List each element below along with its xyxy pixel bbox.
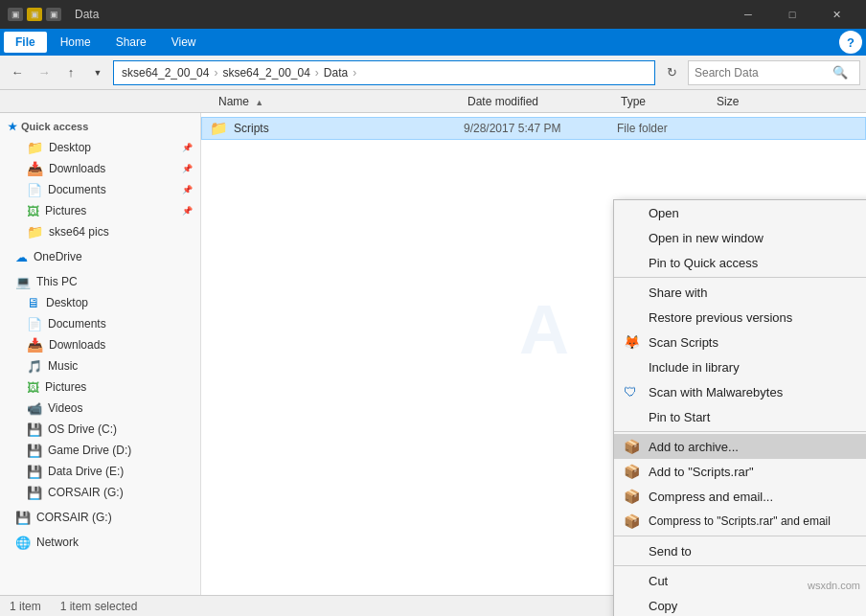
sidebar-item-documents-quick[interactable]: 📄 Documents 📌 bbox=[0, 179, 200, 200]
menu-home[interactable]: Home bbox=[49, 32, 103, 53]
ctx-include-library[interactable]: Include in library › bbox=[614, 354, 866, 379]
ctx-label: Compress to "Scripts.rar" and email bbox=[649, 514, 831, 528]
minimize-button[interactable]: ─ bbox=[726, 0, 770, 29]
sidebar-item-label: OS Drive (C:) bbox=[48, 422, 117, 436]
breadcrumb-part1: skse64_2_00_04 bbox=[122, 66, 209, 80]
close-button[interactable]: ✕ bbox=[814, 0, 858, 29]
sidebar-item-thispc[interactable]: 💻 This PC bbox=[0, 271, 200, 292]
status-item-count: 1 item bbox=[10, 600, 41, 613]
sidebar-item-pictures-pc[interactable]: 🖼 Pictures bbox=[0, 376, 200, 398]
sidebar-item-label: This PC bbox=[36, 275, 78, 288]
pin-icon: 📌 bbox=[182, 206, 193, 216]
ctx-open[interactable]: Open bbox=[614, 200, 866, 225]
expand-button[interactable]: ▼ bbox=[86, 61, 109, 84]
sidebar-item-downloads-pc[interactable]: 📥 Downloads bbox=[0, 334, 200, 355]
address-bar[interactable]: skse64_2_00_04 › skse64_2_00_04 › Data › bbox=[113, 60, 655, 85]
sidebar-item-label: Game Drive (D:) bbox=[48, 444, 131, 457]
main-layout: ★Quick access 📁 Desktop 📌 📥 Downloads 📌 … bbox=[0, 113, 866, 595]
menu-view[interactable]: View bbox=[160, 32, 208, 53]
toolbar: ← → ↑ ▼ skse64_2_00_04 › skse64_2_00_04 … bbox=[0, 56, 866, 90]
sidebar-item-label: Music bbox=[48, 359, 78, 373]
sidebar-item-label: skse64 pics bbox=[49, 225, 109, 239]
pin-icon: 📌 bbox=[182, 164, 193, 173]
sidebar: ★Quick access 📁 Desktop 📌 📥 Downloads 📌 … bbox=[0, 113, 201, 595]
sidebar-item-label: Documents bbox=[48, 183, 106, 196]
window-icon-2: ▣ bbox=[27, 8, 42, 21]
sidebar-item-label: Network bbox=[36, 536, 79, 549]
ctx-send-to[interactable]: Send to › bbox=[614, 538, 866, 563]
ctx-label: Copy bbox=[649, 599, 677, 613]
file-row[interactable]: 📁 Scripts 9/28/2017 5:47 PM File folder bbox=[201, 117, 866, 140]
col-size[interactable]: Size bbox=[709, 95, 786, 108]
maximize-button[interactable]: □ bbox=[770, 0, 814, 29]
menu-file[interactable]: File bbox=[4, 32, 47, 53]
sidebar-item-osdrive[interactable]: 💾 OS Drive (C:) bbox=[0, 419, 200, 440]
drive-icon: 💾 bbox=[27, 486, 42, 500]
drive-icon: 💾 bbox=[27, 444, 42, 458]
up-button[interactable]: ↑ bbox=[59, 61, 82, 84]
window-icon-1: ▣ bbox=[8, 8, 23, 21]
ctx-restore-versions[interactable]: Restore previous versions bbox=[614, 305, 866, 330]
title-bar-left: ▣ ▣ ▣ Data bbox=[8, 8, 99, 21]
window-title: Data bbox=[75, 8, 99, 21]
ctx-open-new-window[interactable]: Open in new window bbox=[614, 225, 866, 250]
title-bar: ▣ ▣ ▣ Data ─ □ ✕ bbox=[0, 0, 866, 29]
sidebar-item-desktop-quick[interactable]: 📁 Desktop 📌 bbox=[0, 137, 200, 158]
sidebar-section-thispc: 💻 This PC 🖥 Desktop 📄 Documents 📥 Downlo… bbox=[0, 271, 200, 503]
sidebar-item-pictures-quick[interactable]: 🖼 Pictures 📌 bbox=[0, 200, 200, 221]
menu-share[interactable]: Share bbox=[104, 32, 158, 53]
search-bar[interactable]: 🔍 bbox=[688, 60, 860, 85]
sidebar-section-onedrive: ☁ OneDrive bbox=[0, 246, 200, 267]
back-button[interactable]: ← bbox=[6, 61, 29, 84]
folder-blue-icon: 📥 bbox=[27, 161, 43, 176]
ctx-scan-malwarebytes[interactable]: 🛡 Scan with Malwarebytes bbox=[614, 379, 866, 404]
sidebar-item-downloads-quick[interactable]: 📥 Downloads 📌 bbox=[0, 158, 200, 179]
drive-icon: 💾 bbox=[27, 465, 42, 479]
sidebar-section-network: 🌐 Network bbox=[0, 532, 200, 553]
forward-button[interactable]: → bbox=[33, 61, 56, 84]
ctx-pin-start[interactable]: Pin to Start bbox=[614, 404, 866, 429]
malwarebytes-icon: 🛡 bbox=[624, 384, 637, 399]
sidebar-item-label: Data Drive (E:) bbox=[48, 465, 124, 478]
sidebar-item-gamedrive[interactable]: 💾 Game Drive (D:) bbox=[0, 440, 200, 461]
sidebar-item-network[interactable]: 🌐 Network bbox=[0, 532, 200, 553]
file-date: 9/28/2017 5:47 PM bbox=[464, 122, 617, 135]
sidebar-item-videos[interactable]: 📹 Videos bbox=[0, 398, 200, 419]
ctx-add-scripts-rar[interactable]: 📦 Add to "Scripts.rar" bbox=[614, 459, 866, 484]
col-name[interactable]: Name ▲ bbox=[211, 95, 460, 108]
sidebar-item-documents-pc[interactable]: 📄 Documents bbox=[0, 313, 200, 334]
refresh-button[interactable]: ↻ bbox=[659, 60, 684, 85]
col-date[interactable]: Date modified bbox=[460, 95, 613, 108]
sidebar-item-music[interactable]: 🎵 Music bbox=[0, 355, 200, 376]
help-button[interactable]: ? bbox=[839, 31, 862, 54]
docs-icon: 📄 bbox=[27, 317, 42, 331]
ctx-pin-quick[interactable]: Pin to Quick access bbox=[614, 250, 866, 275]
ctx-label: Open bbox=[649, 206, 679, 220]
ctx-cut[interactable]: Cut bbox=[614, 568, 866, 593]
sidebar-item-desktop-pc[interactable]: 🖥 Desktop bbox=[0, 292, 200, 313]
sidebar-item-corsair[interactable]: 💾 CORSAIR (G:) bbox=[0, 507, 200, 528]
breadcrumb-sep1: › bbox=[214, 66, 217, 80]
sidebar-item-label: Downloads bbox=[49, 338, 105, 352]
file-area: A 📁 Scripts 9/28/2017 5:47 PM File folde… bbox=[201, 113, 866, 595]
pics-icon: 🖼 bbox=[27, 204, 39, 218]
ctx-copy[interactable]: Copy bbox=[614, 593, 866, 616]
sidebar-item-datadrive[interactable]: 💾 Data Drive (E:) bbox=[0, 461, 200, 482]
breadcrumb-part2: skse64_2_00_04 bbox=[222, 66, 309, 80]
ctx-add-archive[interactable]: 📦 Add to archive... bbox=[614, 434, 866, 459]
ctx-label: Cut bbox=[649, 574, 668, 588]
search-input[interactable] bbox=[695, 66, 829, 80]
fox-icon: 🦊 bbox=[624, 334, 640, 350]
ctx-label: Send to bbox=[649, 544, 692, 559]
ctx-share-with[interactable]: Share with › bbox=[614, 280, 866, 305]
col-type[interactable]: Type bbox=[613, 95, 709, 108]
sidebar-item-skse64pics[interactable]: 📁 skse64 pics bbox=[0, 221, 200, 242]
ctx-scan-scripts[interactable]: 🦊 Scan Scripts bbox=[614, 330, 866, 354]
docs-icon: 📄 bbox=[27, 183, 42, 197]
download-icon: 📥 bbox=[27, 337, 43, 353]
ctx-compress-scripts-rar-email[interactable]: 📦 Compress to "Scripts.rar" and email bbox=[614, 509, 866, 534]
sidebar-item-corsair-pc[interactable]: 💾 CORSAIR (G:) bbox=[0, 482, 200, 503]
ctx-compress-email[interactable]: 📦 Compress and email... bbox=[614, 484, 866, 509]
sidebar-item-label: Videos bbox=[48, 401, 82, 415]
sidebar-item-onedrive[interactable]: ☁ OneDrive bbox=[0, 246, 200, 267]
